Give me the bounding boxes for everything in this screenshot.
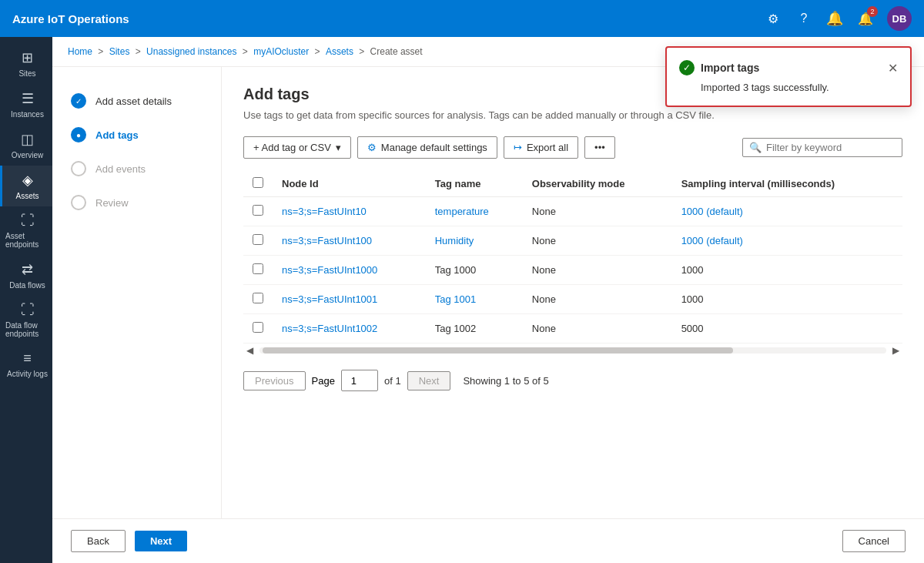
scroll-left-arrow[interactable]: ◀ (243, 343, 256, 357)
notification-bell-icon[interactable]: 🔔 (825, 9, 844, 28)
cancel-button[interactable]: Cancel (842, 530, 906, 552)
breadcrumb-home[interactable]: Home (68, 46, 92, 57)
settings-icon[interactable]: ⚙ (764, 9, 782, 28)
activity-logs-icon: ≡ (23, 350, 32, 367)
step-label-disabled: Add events (95, 163, 146, 175)
sidebar-item-label: Data flow endpoints (5, 321, 49, 338)
main-panel: Add tags Use tags to get data from speci… (222, 67, 924, 518)
step-circle-pending (71, 161, 86, 176)
notification-toast: ✓ Import tags ✕ Imported 3 tags successf… (665, 46, 912, 107)
sites-icon: ⊞ (22, 49, 33, 66)
node-id-link[interactable]: ns=3;s=FastUInt10 (282, 206, 367, 217)
tag-name-link[interactable]: Tag 1001 (435, 293, 477, 305)
wizard-step-add-asset-details[interactable]: ✓ Add asset details (65, 85, 209, 116)
tag-name-link[interactable]: Humidity (435, 235, 474, 246)
manage-settings-label: Manage default settings (381, 142, 487, 153)
filter-input[interactable] (766, 142, 896, 153)
add-tag-csv-button[interactable]: + Add tag or CSV ▾ (243, 136, 351, 159)
step-label: Add asset details (95, 96, 172, 107)
sidebar-item-data-flows[interactable]: ⇄ Data flows (0, 255, 52, 296)
nav-icons: ⚙ ? 🔔 🔔 2 DB (764, 6, 912, 31)
node-id-link[interactable]: ns=3;s=FastUInt100 (282, 235, 372, 246)
row-checkbox[interactable] (253, 293, 263, 303)
sidebar-item-label: Overview (12, 151, 44, 159)
back-button[interactable]: Back (71, 530, 126, 552)
wizard-step-review[interactable]: Review (65, 187, 209, 218)
sidebar-item-label: Asset endpoints (5, 232, 49, 249)
top-navigation: Azure IoT Operations ⚙ ? 🔔 🔔 2 DB (0, 0, 924, 37)
more-options-button[interactable]: ••• (584, 136, 615, 159)
breadcrumb-sep: > (243, 46, 250, 57)
manage-settings-button[interactable]: ⚙ Manage default settings (357, 136, 497, 159)
showing-text: Showing 1 to 5 of 5 (463, 375, 548, 387)
sidebar-item-label: Data flows (9, 281, 45, 290)
row-checkbox[interactable] (253, 234, 263, 245)
col-tag-name: Tag name (426, 171, 523, 197)
wizard-step-add-events[interactable]: Add events (65, 153, 209, 184)
sidebar-item-label: Sites (18, 69, 35, 78)
select-all-checkbox[interactable] (253, 177, 263, 188)
tag-name-cell: Tag 1002 (426, 314, 523, 343)
row-checkbox[interactable] (253, 322, 263, 333)
next-page-button[interactable]: Next (407, 371, 451, 390)
col-node-id: Node Id (273, 171, 426, 197)
sidebar-item-assets[interactable]: ◈ Assets (0, 166, 52, 206)
page-of: of 1 (384, 375, 401, 387)
tag-name-link[interactable]: temperature (435, 206, 489, 217)
observability-mode-cell: None (523, 226, 672, 256)
observability-mode-cell: None (523, 197, 672, 226)
step-circle-pending (71, 195, 86, 210)
gear-icon: ⚙ (367, 142, 377, 153)
sidebar-item-label: Instances (11, 110, 44, 119)
help-icon[interactable]: ? (795, 9, 813, 28)
alerts-icon[interactable]: 🔔 2 (856, 9, 875, 28)
wizard-step-add-tags[interactable]: ● Add tags (65, 119, 209, 150)
horizontal-scrollbar: ◀ ▶ (243, 343, 902, 357)
toast-title: Import tags (701, 62, 759, 74)
col-sampling-interval: Sampling interval (milliseconds) (672, 171, 902, 197)
breadcrumb-assets[interactable]: Assets (326, 46, 353, 57)
export-icon: ↦ (514, 142, 522, 153)
previous-label: Previous (255, 375, 294, 387)
sidebar-item-activity-logs[interactable]: ≡ Activity logs (0, 344, 52, 384)
data-flows-icon: ⇄ (22, 261, 33, 278)
sidebar-item-data-flow-endpoints[interactable]: ⛶ Data flow endpoints (0, 296, 52, 344)
toast-title-row: ✓ Import tags (679, 60, 759, 75)
scroll-right-arrow[interactable]: ▶ (889, 343, 902, 357)
scroll-thumb (263, 347, 733, 354)
sampling-interval-cell: 1000 (default) (672, 197, 902, 226)
breadcrumb-sep: > (315, 46, 323, 57)
overview-icon: ◫ (21, 131, 34, 148)
node-id-link[interactable]: ns=3;s=FastUInt1001 (282, 293, 377, 305)
toast-body: Imported 3 tags successfully. (701, 82, 898, 93)
breadcrumb-cluster[interactable]: myAIOcluster (253, 46, 309, 57)
breadcrumb-unassigned[interactable]: Unassigned instances (146, 46, 236, 57)
next-button[interactable]: Next (135, 531, 187, 551)
observability-mode-cell: None (523, 256, 672, 285)
sidebar-item-overview[interactable]: ◫ Overview (0, 125, 52, 166)
sidebar-item-instances[interactable]: ☰ Instances (0, 84, 52, 125)
avatar[interactable]: DB (887, 6, 912, 31)
step-circle-active: ● (71, 127, 86, 142)
row-checkbox[interactable] (253, 263, 263, 274)
breadcrumb-sites[interactable]: Sites (109, 46, 130, 57)
export-all-button[interactable]: ↦ Export all (504, 136, 578, 159)
page-input[interactable] (341, 370, 378, 391)
scroll-track[interactable] (259, 347, 886, 354)
node-id-link[interactable]: ns=3;s=FastUInt1002 (282, 323, 377, 334)
sidebar-item-asset-endpoints[interactable]: ⛶ Asset endpoints (0, 206, 52, 255)
sidebar-item-sites[interactable]: ⊞ Sites (0, 43, 52, 84)
node-id-link[interactable]: ns=3;s=FastUInt1000 (282, 264, 377, 276)
row-checkbox[interactable] (253, 205, 263, 216)
more-icon: ••• (594, 142, 605, 153)
breadcrumb-current: Create asset (370, 46, 423, 57)
observability-mode-cell: None (523, 285, 672, 314)
sampling-interval-cell: 1000 (default) (672, 226, 902, 256)
previous-button[interactable]: Previous (243, 371, 306, 390)
success-check-icon: ✓ (679, 60, 695, 75)
page-label: Page (312, 375, 335, 387)
toast-close-button[interactable]: ✕ (888, 61, 898, 75)
instances-icon: ☰ (22, 90, 34, 107)
add-tag-csv-label: + Add tag or CSV (253, 142, 331, 153)
col-observability-mode: Observability mode (523, 171, 672, 197)
